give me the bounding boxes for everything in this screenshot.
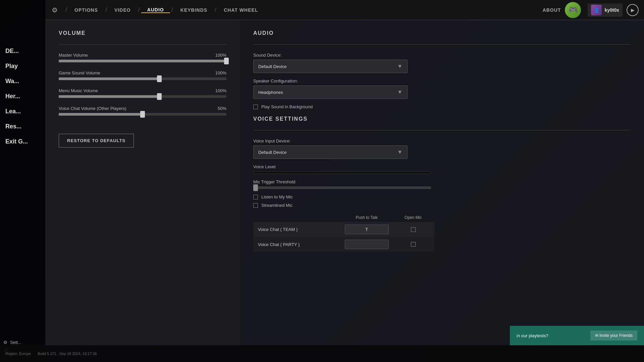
game-sound-thumb[interactable] (157, 75, 162, 82)
topbar: ⚙ / OPTIONS / VIDEO / AUDIO / KEYBINDS /… (45, 0, 644, 20)
invite-friends-button[interactable]: ✉ Invite your Friends (590, 330, 637, 341)
status-bar: Region: Europe Build 5.171 - Sep 18 2024… (0, 345, 644, 362)
mic-threshold-track[interactable] (253, 186, 431, 189)
restore-defaults-button[interactable]: RESTORE TO DEFAULTS (59, 134, 134, 147)
main-panel: VOLUME Master Volume 100% Game Sound Vol… (45, 20, 644, 345)
nav-keybinds[interactable]: KEYBINDS (174, 7, 213, 13)
game-sound-track[interactable] (59, 77, 226, 80)
voice-chat-value: 50% (218, 106, 226, 111)
push-to-talk-key-team[interactable]: T (345, 225, 389, 234)
master-volume-track[interactable] (59, 60, 226, 62)
chevron-down-icon-3: ▼ (397, 149, 402, 155)
master-volume-label-row: Master Volume 100% (59, 53, 226, 58)
table-row: Voice Chat ( PARTY ) (253, 237, 434, 252)
nav-options[interactable]: OPTIONS (68, 7, 104, 13)
voice-settings-section: VOICE SETTINGS Voice Input Device: Defau… (253, 116, 631, 252)
speaker-config-value: Headphones (258, 90, 283, 95)
volume-section: VOLUME Master Volume 100% Game Sound Vol… (45, 20, 240, 345)
voice-input-device-dropdown[interactable]: Default Device ▼ (253, 145, 408, 159)
master-volume-label: Master Volume (59, 53, 88, 58)
divider-1 (59, 44, 226, 45)
settings-icon[interactable]: ⚙ (48, 3, 61, 17)
voice-chat-fill (59, 113, 143, 116)
game-sound-fill (59, 77, 159, 80)
avatar: 👤 (591, 5, 602, 15)
push-to-talk-key-party[interactable] (345, 240, 389, 249)
menu-music-track[interactable] (59, 95, 226, 98)
mic-threshold-thumb[interactable] (253, 184, 258, 191)
game-sound-label-row: Game Sound Volume 100% (59, 70, 226, 75)
topbar-right: ABOUT 🎮 👤 ky0t0x ▶ (543, 2, 644, 18)
sep-4: / (171, 6, 173, 13)
sidebar-item-her[interactable]: Her... (0, 89, 45, 104)
listen-mic-label: Listen to My Mic (261, 194, 293, 199)
speaker-config-dropdown[interactable]: Headphones ▼ (253, 85, 408, 99)
sidebar-item-play[interactable]: Play (0, 59, 45, 74)
left-menu: DE... Play Wa... Her... Lea... Res... Ex… (0, 44, 45, 149)
divider-2 (253, 44, 631, 45)
volume-title: VOLUME (59, 30, 226, 36)
voice-party-open-mic[interactable] (392, 237, 434, 252)
sidebar-item-res[interactable]: Res... (0, 119, 45, 134)
voice-chat-label: Voice Chat Volume (Other Players) (59, 106, 126, 111)
topbar-nav: OPTIONS / VIDEO / AUDIO / KEYBINDS / CHA… (68, 6, 264, 13)
sidebar-item-de[interactable]: DE... (0, 44, 45, 59)
username: ky0t0x (604, 7, 619, 13)
play-button[interactable]: ▶ (627, 4, 639, 16)
play-sound-bg-label: Play Sound in Background (261, 104, 313, 109)
sound-device-label: Sound Device: (253, 53, 631, 58)
settings-label: Sett... (10, 340, 21, 345)
chevron-down-icon-2: ▼ (397, 89, 402, 95)
voice-team-open-mic[interactable] (392, 222, 434, 237)
voice-chat-thumb[interactable] (140, 111, 145, 118)
game-sound-value: 100% (215, 70, 226, 75)
master-volume-value: 100% (215, 53, 226, 58)
col-header-push-to-talk: Push to Talk (341, 213, 392, 222)
sound-device-value: Default Device (258, 64, 287, 69)
sidebar-item-exit[interactable]: Exit G... (0, 134, 45, 149)
nav-chat-wheel[interactable]: CHAT WHEEL (218, 7, 264, 13)
menu-music-fill (59, 95, 159, 98)
sep-3: / (138, 6, 140, 13)
nav-audio[interactable]: AUDIO (141, 7, 170, 13)
voice-team-push-to-talk[interactable]: T (341, 222, 392, 237)
open-mic-checkbox-party[interactable] (411, 242, 416, 247)
voice-level-label: Voice Level (253, 164, 631, 169)
user-display[interactable]: 👤 ky0t0x (588, 3, 623, 17)
sound-device-dropdown[interactable]: Default Device ▼ (253, 60, 408, 73)
open-mic-checkbox-team[interactable] (411, 227, 416, 232)
master-volume-row: Master Volume 100% (59, 53, 226, 62)
audio-title: AUDIO (253, 30, 631, 36)
master-volume-thumb[interactable] (224, 58, 229, 64)
sep-2: / (105, 6, 107, 13)
col-header-open-mic: Open Mic (392, 213, 434, 222)
play-sound-bg-row: Play Sound in Background (253, 104, 631, 109)
master-volume-fill (59, 60, 226, 62)
play-sound-bg-checkbox[interactable] (253, 105, 258, 109)
promo-text: in our playtests? (517, 333, 548, 338)
streamlined-mic-row: Streamlined Mic (253, 203, 631, 208)
settings-item[interactable]: ⚙ Sett... (3, 340, 21, 345)
menu-music-label-row: Menu Music Volume 100% (59, 88, 226, 93)
nav-about[interactable]: ABOUT (543, 7, 561, 13)
voice-party-push-to-talk[interactable] (341, 237, 392, 252)
chevron-down-icon: ▼ (397, 63, 402, 69)
promo-bar: in our playtests? ✉ Invite your Friends (510, 326, 644, 345)
menu-music-thumb[interactable] (157, 93, 162, 100)
menu-music-row: Menu Music Volume 100% (59, 88, 226, 98)
mic-threshold-label: Mic Trigger Threshold (253, 179, 631, 184)
menu-music-value: 100% (215, 88, 226, 93)
listen-mic-checkbox[interactable] (253, 195, 258, 199)
region-text: Region: Europe (5, 352, 31, 356)
sep-5: / (215, 6, 216, 13)
voice-chat-track[interactable] (59, 113, 226, 116)
voice-chat-table: Push to Talk Open Mic Voice Chat ( TEAM … (253, 213, 434, 252)
game-sound-row: Game Sound Volume 100% (59, 70, 226, 80)
divider-3 (253, 130, 631, 130)
nav-video[interactable]: VIDEO (108, 7, 137, 13)
streamlined-mic-checkbox[interactable] (253, 203, 258, 208)
voice-team-label: Voice Chat ( TEAM ) (253, 222, 341, 237)
sidebar-item-lea[interactable]: Lea... (0, 104, 45, 119)
sidebar-item-wa[interactable]: Wa... (0, 74, 45, 89)
voice-input-device-value: Default Device (258, 150, 287, 155)
